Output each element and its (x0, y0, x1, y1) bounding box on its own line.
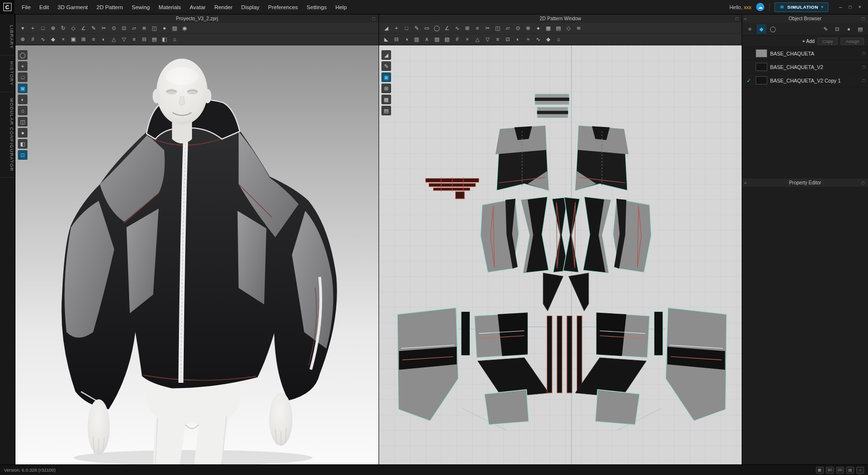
transform-pattern-icon[interactable]: ◢ (382, 24, 391, 32)
curve-2d-icon[interactable]: ∿ (534, 35, 542, 43)
hatch-tool-icon[interactable]: ▥ (412, 35, 421, 43)
fabric-tool-icon[interactable]: ▨ (170, 24, 179, 32)
sidebar-tab-library[interactable]: LIBRARY (0, 19, 14, 56)
float-window-icon[interactable]: □ (371, 16, 377, 21)
cut-pattern-icon[interactable]: ✂ (483, 24, 492, 32)
float-window-icon[interactable]: □ (860, 16, 866, 21)
menu-materials[interactable]: Materials (154, 0, 186, 14)
button-tool-icon[interactable]: ● (160, 24, 169, 32)
half-view-icon[interactable]: ◧ (160, 35, 169, 43)
panel-2d-titlebar[interactable]: 2D Pattern Window □ (379, 14, 742, 23)
sidebar-tab-history[interactable]: HISTORY (0, 56, 14, 92)
delete-tool-icon[interactable]: × (59, 35, 68, 43)
texture-2d-icon[interactable]: ▦ (544, 24, 553, 32)
target-tool-icon[interactable]: ◉ (180, 24, 189, 32)
weave-tool-icon[interactable]: ▧ (443, 35, 451, 43)
brush-tab-icon[interactable]: ✎ (821, 24, 830, 34)
mesh-view-icon[interactable]: ◐ (18, 95, 27, 104)
close-button[interactable]: × (855, 3, 864, 12)
pattern-rows-icon[interactable]: ▤ (381, 106, 391, 115)
up-2d-icon[interactable]: △ (473, 35, 482, 43)
avatar-tab-icon[interactable]: ◯ (768, 24, 778, 34)
viewport-3d[interactable]: ◯+□▣◐⌂◫●◧⊡ (15, 45, 379, 464)
rows-tool-icon[interactable]: ▤ (150, 35, 159, 43)
panel-toggle-icon[interactable]: ▤ (846, 467, 854, 474)
measure-tool-icon[interactable]: ∠ (79, 24, 88, 32)
menu-2d-pattern[interactable]: 2D Pattern (92, 0, 127, 14)
remove-grid-icon[interactable]: ⊟ (392, 35, 401, 43)
pattern-fill-icon[interactable]: ▦ (381, 95, 391, 104)
garment-fit-icon[interactable]: ▣ (18, 84, 27, 93)
minimize-button[interactable]: – (836, 3, 845, 12)
contrast-2d-icon[interactable]: ◐ (514, 35, 522, 43)
select-move-icon[interactable]: + (28, 24, 37, 32)
circle-tool-icon[interactable]: ◯ (433, 24, 441, 32)
dart-tool-icon[interactable]: ◆ (49, 35, 57, 43)
grading-tool-icon[interactable]: ⊕ (524, 24, 532, 32)
panel-tab-icon[interactable]: ▤ (855, 24, 865, 34)
pattern-grid-icon[interactable]: ⊞ (381, 84, 391, 93)
buttonhole-tool-icon[interactable]: ● (534, 24, 542, 32)
corner-tool-icon[interactable]: ◣ (382, 35, 391, 43)
menu-file[interactable]: File (17, 0, 35, 14)
maximize-button[interactable]: □ (846, 3, 854, 12)
badge-3d[interactable]: 3D (826, 467, 834, 474)
object-row[interactable]: BASE_CHAQUETA_V2□ (742, 60, 868, 74)
home-status-icon[interactable]: ⌂ (856, 467, 864, 474)
curve-edit-icon[interactable]: ∿ (453, 24, 461, 32)
object-row[interactable]: ✓BASE_CHAQUETA_V2 Copy 1□ (742, 74, 868, 87)
dart-2d-icon[interactable]: ◇ (564, 24, 573, 32)
lower-tool-icon[interactable]: ▽ (120, 35, 128, 43)
zip-strip[interactable] (547, 316, 552, 392)
snap-toggle-icon[interactable]: ▦ (816, 467, 824, 474)
menu-avatar[interactable]: Avatar (185, 0, 210, 14)
bounding-volume-icon[interactable]: □ (18, 72, 27, 82)
float-window-icon[interactable]: □ (860, 181, 866, 185)
arrangement-points-icon[interactable]: + (18, 61, 27, 71)
boxed-tool-icon[interactable]: ⊡ (503, 35, 512, 43)
object-options-icon[interactable]: □ (863, 78, 865, 83)
badge-2d[interactable]: 2D (836, 467, 844, 474)
menu-3d-garment[interactable]: 3D Garment (53, 0, 92, 14)
menu-edit[interactable]: Edit (35, 0, 54, 14)
object-options-icon[interactable]: □ (863, 65, 865, 70)
object-browser-titlebar[interactable]: « Object Browser □ (742, 14, 868, 23)
add-grid-icon[interactable]: ⊞ (79, 35, 88, 43)
object-row[interactable]: BASE_CHAQUETA□ (742, 47, 868, 60)
wave-tool-icon[interactable]: ≈ (524, 35, 532, 43)
mirror-view-icon[interactable]: ◫ (18, 117, 27, 126)
layer-tab-icon[interactable]: ⊡ (832, 24, 842, 34)
list-view-icon[interactable]: ≡ (745, 24, 755, 34)
pattern-texture-icon[interactable]: ▣ (381, 72, 391, 82)
seam-list-icon[interactable]: ≡ (473, 24, 482, 32)
zip-strip[interactable] (557, 316, 562, 392)
transform-gizmo-icon[interactable]: ⊕ (49, 24, 57, 32)
marquee-select-icon[interactable]: □ (39, 24, 47, 32)
app-logo[interactable]: C (0, 0, 14, 14)
tack-tool-icon[interactable]: ⊡ (120, 24, 128, 32)
sidebar-tab-modular-configurator[interactable]: MODULAR CONFIGURATOR (0, 92, 14, 178)
username[interactable]: xxx (744, 4, 752, 10)
delete-2d-icon[interactable]: × (463, 35, 472, 43)
layers-tool-icon[interactable]: ≡ (130, 35, 138, 43)
home-2d-icon[interactable]: ⌂ (554, 35, 563, 43)
waistband-bar[interactable] (434, 188, 470, 191)
annotate-tool-icon[interactable]: ▤ (554, 24, 563, 32)
simulate-tool-icon[interactable]: ≋ (140, 24, 149, 32)
object-options-icon[interactable]: □ (863, 51, 865, 56)
scissors-3d-icon[interactable]: ✂ (99, 24, 108, 32)
pen-3d-icon[interactable]: ✎ (89, 24, 98, 32)
flatten-tool-icon[interactable]: ▱ (130, 24, 138, 32)
copy-button[interactable]: Copy (817, 38, 838, 45)
peak-tool-icon[interactable]: ∧ (422, 35, 431, 43)
down-2d-icon[interactable]: ▽ (483, 35, 492, 43)
hem-piece-right[interactable] (595, 390, 639, 425)
garment-tab-icon[interactable]: ◆ (757, 24, 766, 34)
angle-tool-icon[interactable]: ∠ (443, 24, 451, 32)
menu-display[interactable]: Display (237, 0, 264, 14)
add-button[interactable]: + Add (802, 39, 814, 44)
scale-tool-icon[interactable]: ◇ (69, 24, 78, 32)
mesh-tool-icon[interactable]: # (453, 35, 461, 43)
menu-settings[interactable]: Settings (302, 0, 331, 14)
assign-button[interactable]: Assign (841, 38, 864, 45)
